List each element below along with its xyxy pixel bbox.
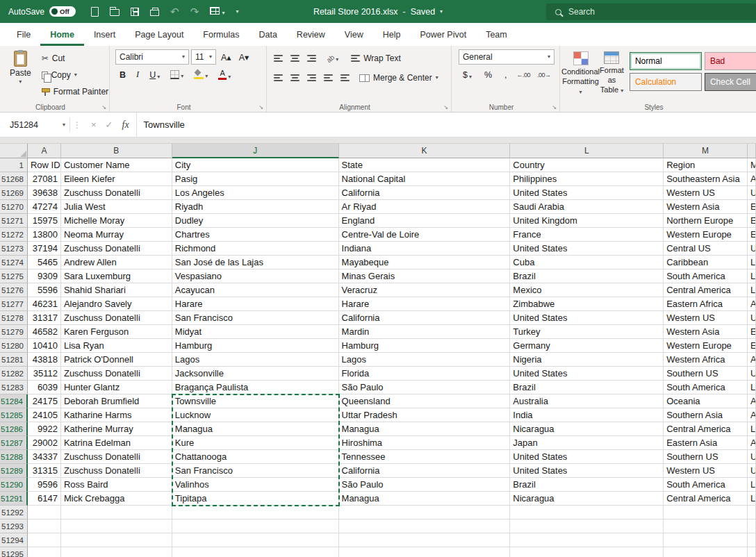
row-header-51290[interactable]: 51290 (0, 478, 28, 492)
cell-L51295[interactable] (510, 547, 664, 557)
top-align-icon[interactable] (274, 55, 283, 62)
row-header-51275[interactable]: 51275 (0, 269, 28, 283)
align-right-icon[interactable] (307, 74, 316, 81)
cell-K51291[interactable]: Managua (339, 492, 511, 506)
cell-x51279[interactable]: E (748, 325, 756, 339)
cell-B51280[interactable]: Lisa Ryan (61, 339, 172, 353)
cell-x51284[interactable]: A (748, 394, 756, 408)
cancel-icon[interactable]: × (91, 119, 97, 130)
cell-B51272[interactable]: Neoma Murray (61, 228, 172, 242)
cell-A51281[interactable]: 43818 (28, 353, 61, 367)
cell-L51287[interactable]: Japan (510, 436, 664, 450)
percent-style-button[interactable]: % (482, 69, 495, 81)
tab-file[interactable]: File (7, 23, 40, 46)
tab-formulas[interactable]: Formulas (193, 23, 249, 46)
cell-B51289[interactable]: Zuschuss Donatelli (61, 464, 172, 478)
cell-A51275[interactable]: 9309 (28, 269, 61, 283)
cell-K51289[interactable]: California (339, 464, 511, 478)
cell-K51292[interactable] (339, 506, 511, 519)
borders-button[interactable]: ▾ (167, 69, 186, 81)
formula-bar-value[interactable]: Townsville (137, 119, 185, 130)
cell-M51269[interactable]: Western US (664, 186, 748, 200)
cell-M51278[interactable]: Western US (664, 311, 748, 325)
copy-button[interactable]: Copy ▾ (40, 67, 110, 83)
cell-M51283[interactable]: South America (664, 381, 748, 394)
cell-A51276[interactable]: 5596 (28, 283, 61, 297)
cell-B51271[interactable]: Michelle Moray (61, 214, 172, 228)
cell-L1[interactable]: Country (510, 158, 664, 172)
cell-x51283[interactable]: L (748, 381, 756, 394)
cell-x51282[interactable]: U (748, 367, 756, 381)
decrease-font-size-button[interactable]: A▾ (236, 51, 252, 64)
cell-A51282[interactable]: 35112 (28, 367, 61, 381)
cell-B51285[interactable]: Katharine Harms (61, 408, 172, 422)
orientation-button[interactable]: ab ▾ (324, 53, 341, 64)
cell-L51290[interactable]: Brazil (510, 478, 664, 492)
format-as-table-button[interactable]: Format as Table ▾ (600, 48, 624, 102)
cell-A51271[interactable]: 15975 (28, 214, 61, 228)
cell-M51291[interactable]: Central America (664, 492, 748, 506)
row-header-51284[interactable]: 51284 (0, 394, 28, 408)
cell-J51278[interactable]: San Francisco (172, 311, 339, 325)
cell-K51283[interactable]: São Paulo (339, 381, 511, 394)
accounting-format-button[interactable]: $ ▾ (460, 69, 475, 81)
cell-A51280[interactable]: 10410 (28, 339, 61, 353)
cell-L51285[interactable]: India (510, 408, 664, 422)
cell-K51271[interactable]: England (339, 214, 511, 228)
cell-A51279[interactable]: 46582 (28, 325, 61, 339)
cell-B51294[interactable] (61, 533, 172, 547)
cell-B51278[interactable]: Zuschuss Donatelli (61, 311, 172, 325)
cell-K51269[interactable]: California (339, 186, 511, 200)
cell-J51287[interactable]: Kure (172, 436, 339, 450)
cell-M51286[interactable]: Central America (664, 422, 748, 436)
cell-K51273[interactable]: Indiana (339, 242, 511, 256)
autosave-control[interactable]: AutoSave Off (0, 6, 84, 17)
wrap-text-button[interactable]: Wrap Text (349, 51, 403, 66)
print-icon[interactable] (150, 10, 159, 16)
redo-icon[interactable]: ↷ (190, 6, 199, 17)
cell-J1[interactable]: City (172, 158, 339, 172)
cell-K51278[interactable]: California (339, 311, 511, 325)
row-header-51280[interactable]: 51280 (0, 339, 28, 353)
cell-J51291[interactable]: Tipitapa (172, 492, 339, 506)
cell-B51287[interactable]: Katrina Edelman (61, 436, 172, 450)
cell-x1[interactable]: M (748, 158, 756, 172)
cell-M51281[interactable]: Western Africa (664, 353, 748, 367)
cell-L51275[interactable]: Brazil (510, 269, 664, 283)
cell-A51284[interactable]: 24175 (28, 394, 61, 408)
cell-style-bad[interactable]: Bad (705, 52, 756, 70)
cell-A51292[interactable] (28, 506, 61, 519)
cell-K51277[interactable]: Harare (339, 297, 511, 311)
cell-x51269[interactable]: U (748, 186, 756, 200)
cell-M51280[interactable]: Western Europe (664, 339, 748, 353)
cell-x51280[interactable]: E (748, 339, 756, 353)
tab-insert[interactable]: Insert (84, 23, 125, 46)
cell-L51270[interactable]: Saudi Arabia (510, 200, 664, 214)
cell-L51271[interactable]: United Kingdom (510, 214, 664, 228)
cell-A51278[interactable]: 31317 (28, 311, 61, 325)
cell-A51277[interactable]: 46231 (28, 297, 61, 311)
cell-J51272[interactable]: Chartres (172, 228, 339, 242)
cell-L51278[interactable]: United States (510, 311, 664, 325)
cell-M51288[interactable]: Southern US (664, 450, 748, 464)
cell-L51291[interactable]: Nicaragua (510, 492, 664, 506)
cell-B51276[interactable]: Shahid Shariari (61, 283, 172, 297)
cell-x51290[interactable]: L (748, 478, 756, 492)
row-header-51272[interactable]: 51272 (0, 228, 28, 242)
cell-x51273[interactable]: U (748, 242, 756, 256)
cell-x51268[interactable]: A (748, 172, 756, 186)
cell-L51292[interactable] (510, 506, 664, 519)
column-header-partial[interactable] (748, 144, 756, 158)
cell-M51293[interactable] (664, 519, 748, 533)
row-header-51286[interactable]: 51286 (0, 422, 28, 436)
save-icon[interactable] (131, 8, 139, 16)
cell-A51287[interactable]: 29002 (28, 436, 61, 450)
row-header-51287[interactable]: 51287 (0, 436, 28, 450)
tab-team[interactable]: Team (476, 23, 517, 46)
cell-A51288[interactable]: 34337 (28, 450, 61, 464)
cell-J51279[interactable]: Midyat (172, 325, 339, 339)
cell-J51274[interactable]: San José de las Lajas (172, 256, 339, 269)
cell-J51288[interactable]: Chattanooga (172, 450, 339, 464)
cell-M51272[interactable]: Western Europe (664, 228, 748, 242)
font-size-combo[interactable]: 11 ▾ (191, 49, 216, 65)
